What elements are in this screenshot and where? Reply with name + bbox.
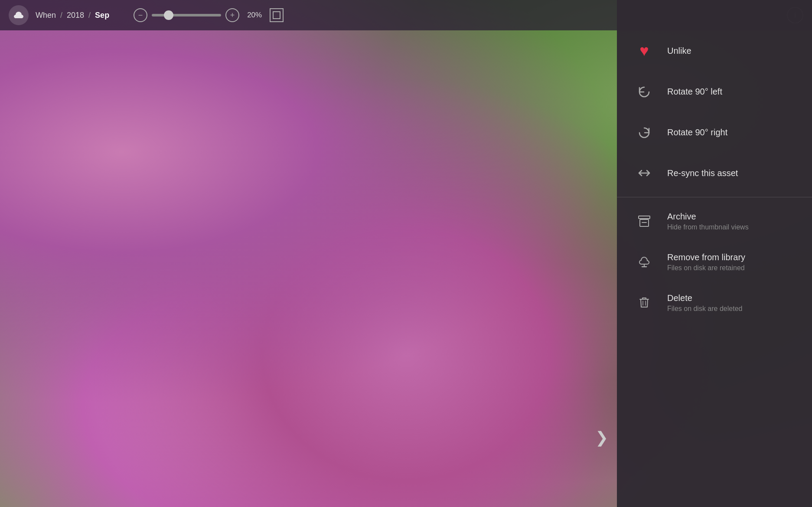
menu-item-archive[interactable]: Archive Hide from thumbnail views bbox=[617, 201, 812, 242]
menu-item-remove[interactable]: Remove from library Files on disk are re… bbox=[617, 242, 812, 282]
zoom-percent: 20% bbox=[247, 11, 262, 20]
rotate-right-icon bbox=[634, 122, 654, 142]
breadcrumb-sep2: / bbox=[88, 11, 91, 20]
menu-item-delete[interactable]: Delete Files on disk are deleted bbox=[617, 282, 812, 323]
menu-label-remove: Remove from library bbox=[667, 252, 745, 262]
menu-item-resync[interactable]: Re-sync this asset bbox=[617, 153, 812, 193]
menu-label-resync: Re-sync this asset bbox=[667, 168, 738, 178]
zoom-slider[interactable] bbox=[152, 14, 221, 16]
menu-label-rotate-left: Rotate 90° left bbox=[667, 87, 722, 97]
fullscreen-button[interactable] bbox=[270, 8, 284, 22]
menu-item-rotate-left[interactable]: Rotate 90° left bbox=[617, 71, 812, 112]
menu-label-rotate-right: Rotate 90° right bbox=[667, 128, 727, 137]
zoom-increase-button[interactable]: + bbox=[225, 8, 239, 22]
archive-icon bbox=[634, 211, 654, 231]
menu-divider bbox=[617, 197, 812, 197]
breadcrumb-sep1: / bbox=[60, 11, 62, 20]
breadcrumb: When / 2018 / Sep bbox=[36, 11, 109, 20]
context-menu: ♥ Unlike Rotate 90° left Rotate 90° righ… bbox=[617, 0, 812, 507]
menu-sublabel-delete: Files on disk are deleted bbox=[667, 305, 742, 313]
remove-cloud-icon bbox=[634, 252, 654, 272]
menu-label-archive: Archive bbox=[667, 212, 749, 222]
svg-rect-1 bbox=[639, 216, 650, 219]
menu-sublabel-archive: Hide from thumbnail views bbox=[667, 223, 749, 231]
breadcrumb-year[interactable]: 2018 bbox=[67, 11, 84, 20]
breadcrumb-when[interactable]: When bbox=[36, 11, 56, 20]
next-button[interactable]: ❯ bbox=[591, 425, 613, 451]
rotate-left-icon bbox=[634, 82, 654, 101]
menu-label-delete: Delete bbox=[667, 293, 742, 303]
trash-icon bbox=[634, 293, 654, 313]
breadcrumb-month[interactable]: Sep bbox=[95, 11, 109, 20]
menu-item-unlike[interactable]: ♥ Unlike bbox=[617, 30, 812, 71]
menu-label-unlike: Unlike bbox=[667, 46, 691, 56]
menu-sublabel-remove: Files on disk are retained bbox=[667, 264, 745, 272]
zoom-decrease-button[interactable]: − bbox=[134, 8, 147, 22]
app-icon bbox=[9, 5, 29, 25]
zoom-controls: − + 20% bbox=[134, 8, 284, 22]
resync-icon bbox=[634, 163, 654, 183]
menu-item-rotate-right[interactable]: Rotate 90° right bbox=[617, 112, 812, 153]
heart-icon: ♥ bbox=[634, 41, 654, 61]
svg-rect-0 bbox=[273, 12, 280, 19]
zoom-slider-thumb[interactable] bbox=[164, 10, 173, 20]
